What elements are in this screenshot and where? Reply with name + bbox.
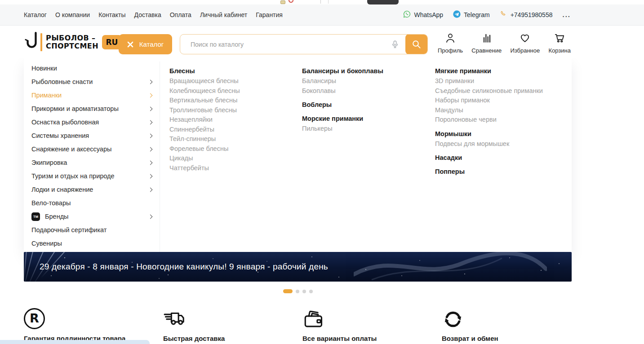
menu-group-poppers: Попперы <box>435 167 564 176</box>
cart-icon <box>554 32 565 46</box>
top-nav-link-delivery[interactable]: Доставка <box>134 11 161 18</box>
carousel-dot-2[interactable] <box>296 290 299 293</box>
menu-group-title[interactable]: Морские приманки <box>302 114 431 123</box>
sidebar-item-boats[interactable]: Лодки и снаряжение <box>24 183 160 196</box>
top-nav-link-catalog[interactable]: Каталог <box>24 11 47 18</box>
sidebar-item-novelties[interactable]: Новинки <box>24 62 160 75</box>
features-row: R Гарантия подлинности товара Быстрая до… <box>24 308 608 344</box>
feature-label: Возврат и обмен <box>442 335 581 342</box>
compare-bars-icon <box>481 32 493 46</box>
carousel-dot-4[interactable] <box>309 290 313 293</box>
search-button[interactable] <box>405 34 427 54</box>
search-input[interactable] <box>180 35 391 54</box>
compare-button[interactable]: Сравнение <box>471 32 502 54</box>
menu-link[interactable]: Бокоплавы <box>302 86 431 96</box>
logo-text: РЫБОЛОВ – СПОРТСМЕН <box>46 34 98 50</box>
menu-link[interactable]: Колеблющиеся блесны <box>169 86 299 96</box>
feature-payment-options: Все варианты оплаты <box>302 308 442 344</box>
menu-link[interactable]: Поролоновые черви <box>435 115 564 125</box>
more-menu-button[interactable]: ... <box>562 13 571 17</box>
carousel-dot-1[interactable] <box>283 289 293 293</box>
sidebar-item-gear[interactable]: Снаряжение и аксессуары <box>24 142 160 156</box>
sidebar-item-bikes[interactable]: Вело-товары <box>24 196 160 210</box>
sidebar-item-brands[interactable]: TM Бренды <box>24 210 160 223</box>
menu-group-title[interactable]: Мормышки <box>435 129 564 139</box>
menu-group-sea-lures: Морские приманки Пилькеры <box>302 114 431 134</box>
site-logo[interactable]: РЫБОЛОВ – СПОРТСМЕН RU <box>25 31 122 53</box>
header-actions: Профиль Сравнение Избранное <box>438 32 571 54</box>
cutoff-separator <box>320 0 321 4</box>
menu-link[interactable]: Съедобные силиконовые приманки <box>435 86 564 96</box>
menu-link[interactable]: Вращающиеся блесны <box>169 76 299 86</box>
search-bar <box>180 34 428 54</box>
menu-link[interactable]: Наборы приманок <box>435 96 564 106</box>
chevron-right-icon <box>148 120 153 124</box>
trademark-icon: TM <box>31 212 40 221</box>
top-cutoff-strip <box>0 0 644 4</box>
menu-group-baits: Насадки <box>435 153 564 163</box>
menu-group-wobblers: Воблеры <box>302 100 431 110</box>
cutoff-tan-icon <box>280 0 285 4</box>
menu-group-title[interactable]: Мягкие приманки <box>435 66 564 76</box>
menu-group-title[interactable]: Блесны <box>169 66 299 76</box>
menu-group-jigs: Мормышки Подвесы для мормышек <box>435 129 564 149</box>
cart-button[interactable]: Корзина <box>548 32 571 54</box>
carousel-dot-3[interactable] <box>302 290 306 293</box>
sidebar-item-tackle[interactable]: Рыболовные снасти <box>24 75 160 88</box>
menu-link[interactable]: Цикады <box>169 154 299 163</box>
microphone-icon[interactable] <box>391 40 400 49</box>
menu-group-soft-lures: Мягкие приманки 3D приманки Съедобные си… <box>435 66 564 125</box>
menu-group-title[interactable]: Воблеры <box>302 100 431 110</box>
catalog-button[interactable]: Каталог <box>119 34 172 54</box>
menu-link[interactable]: Балансиры <box>302 76 431 86</box>
close-icon <box>127 41 133 48</box>
sidebar-item-lures[interactable]: Приманки <box>24 88 160 102</box>
chevron-right-icon <box>148 160 153 165</box>
menu-link[interactable]: Чаттербейты <box>169 163 299 173</box>
menu-group-title[interactable]: Балансиры и бокоплавы <box>302 66 431 76</box>
menu-link[interactable]: Форелевые блесны <box>169 144 299 154</box>
menu-link[interactable]: 3D приманки <box>435 76 564 86</box>
sidebar-item-rigging[interactable]: Оснастка рыболовная <box>24 115 160 129</box>
whatsapp-link[interactable]: WhatsApp <box>403 10 443 19</box>
top-nav-link-warranty[interactable]: Гарантия <box>256 11 283 18</box>
sidebar-item-gift-certificate[interactable]: Подарочный сертификат <box>24 223 160 237</box>
banner-stars <box>24 252 25 253</box>
telegram-link[interactable]: Telegram <box>453 10 490 19</box>
top-nav-link-contacts[interactable]: Контакты <box>98 11 125 18</box>
promo-banner[interactable]: 29 декабря - 8 января - Новогодние каник… <box>24 252 572 282</box>
sidebar-item-groundbait[interactable]: Прикормки и ароматизаторы <box>24 102 160 115</box>
top-nav-link-payment[interactable]: Оплата <box>170 11 191 18</box>
menu-link[interactable]: Пилькеры <box>302 124 431 134</box>
fish-hook-icon <box>25 31 39 53</box>
banner-text: 29 декабря - 8 января - Новогодние каник… <box>40 262 328 272</box>
chevron-right-icon <box>148 133 153 138</box>
menu-link[interactable]: Подвесы для мормышек <box>435 139 564 149</box>
cutoff-dark-button[interactable] <box>367 0 399 4</box>
profile-icon <box>444 32 456 46</box>
profile-button[interactable]: Профиль <box>438 32 463 54</box>
sidebar-item-equipment[interactable]: Экипировка <box>24 156 160 169</box>
bottom-cutoff-strip <box>0 340 150 344</box>
cutoff-red-circle-icon <box>289 0 293 3</box>
feature-authenticity: R Гарантия подлинности товара <box>24 308 163 344</box>
menu-group-title[interactable]: Попперы <box>435 167 564 176</box>
menu-link[interactable]: Спиннербейты <box>169 125 299 135</box>
favorites-button[interactable]: Избранное <box>510 32 540 54</box>
menu-link[interactable]: Троллинговые блесны <box>169 106 299 115</box>
phone-link[interactable]: +74951980558 <box>500 10 553 19</box>
telegram-label: Telegram <box>464 11 490 18</box>
top-nav-link-about[interactable]: О компании <box>55 11 90 18</box>
menu-link[interactable]: Мандулы <box>435 106 564 115</box>
chevron-right-icon <box>148 214 153 219</box>
menu-link[interactable]: Незацепляйки <box>169 115 299 125</box>
whatsapp-icon <box>403 10 411 19</box>
sidebar-item-tourism[interactable]: Туризм и отдых на природе <box>24 169 160 183</box>
feature-returns: Возврат и обмен <box>442 308 581 344</box>
menu-group-title[interactable]: Насадки <box>435 153 564 163</box>
top-nav-link-account[interactable]: Личный кабинет <box>200 11 247 18</box>
sidebar-item-storage[interactable]: Системы хранения <box>24 129 160 142</box>
menu-link[interactable]: Вертикальные блесны <box>169 96 299 106</box>
menu-link[interactable]: Тейл-спиннеры <box>169 134 299 144</box>
sidebar-item-souvenirs[interactable]: Сувениры <box>24 237 160 250</box>
